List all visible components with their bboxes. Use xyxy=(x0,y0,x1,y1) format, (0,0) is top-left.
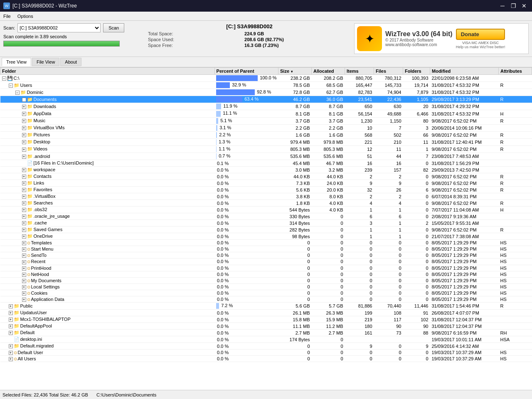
table-row[interactable]: +📁Mcx1-TOSHIBALAPTOP 0.0 % 15.8 MB 15.9 … xyxy=(0,316,532,323)
table-row[interactable]: +⊙Cookies 0.0 % 0 0 0 0 0 8/05/2017 1:29… xyxy=(0,290,532,296)
col-percent[interactable]: Percent of Parent xyxy=(214,68,278,75)
table-row[interactable]: +📁Default 0.0 % 2.7 MB 2.7 MB 161 73 88 … xyxy=(0,330,532,336)
expand-button[interactable]: − xyxy=(22,98,26,102)
col-folder[interactable]: Folder xyxy=(0,68,215,75)
expand-button[interactable]: + xyxy=(9,357,13,361)
table-row[interactable]: +⊙PrintHood 0.0 % 0 0 0 0 0 8/05/2017 1:… xyxy=(0,265,532,271)
expand-button[interactable]: + xyxy=(22,126,26,130)
table-row[interactable]: +📁VirtualBox VMs 3.1 % 2.2 GB 2.2 GB 10 … xyxy=(0,124,532,131)
table-row[interactable]: +⊙Application Data 0.0 % 0 0 0 0 0 8/05/… xyxy=(0,296,532,302)
expand-button[interactable]: + xyxy=(9,304,13,308)
expand-button[interactable]: + xyxy=(22,260,26,264)
expand-button[interactable]: + xyxy=(22,112,26,116)
expand-button[interactable]: + xyxy=(22,266,26,271)
table-row[interactable]: 📄desktop.ini 0.0 % 174 Bytes 0 19/03/201… xyxy=(0,336,532,343)
scan-button[interactable]: Scan xyxy=(103,23,124,32)
table-row[interactable]: −📁Documents 63.4 % 46.2 GB 36.0 GB 23,54… xyxy=(0,96,532,103)
expand-button[interactable]: + xyxy=(22,133,26,137)
table-row[interactable]: +📁.VirtualBox 0.0 % 3.8 KB 8.0 KB 2 2 0 … xyxy=(0,193,532,200)
table-row[interactable]: +📁Saved Games 0.0 % 282 Bytes 0 1 1 0 9/… xyxy=(0,227,532,233)
col-attributes[interactable]: Attributes xyxy=(499,68,532,75)
expand-button[interactable]: + xyxy=(22,291,26,296)
table-row[interactable]: −💾C:\ 100.0 % 238.2 GB 208.2 GB 880,705 … xyxy=(0,75,532,82)
table-row[interactable]: +📁UpdatusUser 0.0 % 26.1 MB 26.3 MB 199 … xyxy=(0,310,532,316)
col-folders[interactable]: Folders xyxy=(403,68,430,75)
expand-button[interactable]: + xyxy=(22,279,26,283)
table-row[interactable]: +📁.oracle_jre_usage 0.0 % 330 Bytes 0 6 … xyxy=(0,213,532,220)
expand-button[interactable]: + xyxy=(9,351,13,355)
expand-button[interactable]: + xyxy=(22,254,26,258)
col-allocated[interactable]: Allocated xyxy=(312,68,345,75)
drive-select[interactable]: [C:] S3A9988D002 xyxy=(17,23,101,32)
table-row[interactable]: +📁Searches 0.0 % 1.8 KB 4.0 KB 4 4 0 9/0… xyxy=(0,200,532,207)
table-row[interactable]: +⊙Recent 0.0 % 0 0 0 0 0 8/05/2017 1:29:… xyxy=(0,259,532,265)
expand-button[interactable]: + xyxy=(22,155,26,159)
table-row[interactable]: +⊙Default User 0.0 % 0 0 0 0 0 19/03/201… xyxy=(0,350,532,356)
table-row[interactable]: +📁Default.migrated 0.0 % 0 0 9 0 9 25/09… xyxy=(0,343,532,350)
expand-button[interactable]: + xyxy=(22,221,26,225)
table-row[interactable]: +📁.obs32 0.0 % 544 Bytes 4.0 KB 1 1 0 7/… xyxy=(0,207,532,213)
table-row[interactable]: +⊙My Documents 0.0 % 0 0 0 0 0 8/05/2017… xyxy=(0,277,532,283)
table-row[interactable]: +⊙Local Settings 0.0 % 0 0 0 0 0 8/05/20… xyxy=(0,283,532,290)
expand-button[interactable]: + xyxy=(22,247,26,251)
table-row[interactable]: +📁Downloads 11.9 % 8.7 GB 8.7 GB 650 630… xyxy=(0,103,532,110)
expand-button[interactable]: + xyxy=(22,148,26,152)
expand-button[interactable]: + xyxy=(22,195,26,199)
table-row[interactable]: +⊙Start Menu 0.0 % 0 0 0 0 0 8/05/2017 1… xyxy=(0,246,532,252)
table-row[interactable]: +📁Public 7.2 % 5.6 GB 5.7 GB 81,886 70,4… xyxy=(0,303,532,310)
expand-button[interactable]: + xyxy=(22,175,26,179)
maximize-button[interactable]: ❐ xyxy=(509,1,518,10)
expand-button[interactable]: + xyxy=(22,241,26,245)
table-row[interactable]: +📁Music 5.1 % 3.7 GB 3.7 GB 1,230 1,150 … xyxy=(0,117,532,124)
table-row[interactable]: +📁.cache 0.0 % 314 Bytes 0 3 1 2 15/05/2… xyxy=(0,220,532,227)
table-row[interactable]: +📁AppData 11.1 % 8.1 GB 8.1 GB 56,154 49… xyxy=(0,110,532,117)
col-modified[interactable]: Modified xyxy=(430,68,499,75)
expand-button[interactable]: + xyxy=(9,324,13,328)
table-row[interactable]: +⊙All Users 0.0 % 0 0 0 0 0 19/03/2017 1… xyxy=(0,356,532,362)
table-row[interactable]: +⊙NetHood 0.0 % 0 0 0 0 0 8/05/2017 1:29… xyxy=(0,271,532,277)
table-row[interactable]: +⊙SendTo 0.0 % 0 0 0 0 0 8/05/2017 1:29:… xyxy=(0,252,532,259)
table-row[interactable]: 📄[16 Files in C:\Users\Dominic] 0.1 % 45… xyxy=(0,160,532,167)
expand-button[interactable]: + xyxy=(9,318,13,322)
expand-button[interactable]: + xyxy=(22,208,26,212)
table-row[interactable]: +📁OneDrive 0.0 % 98 Bytes 0 1 1 0 21/07/… xyxy=(0,233,532,240)
expand-button[interactable]: + xyxy=(22,181,26,185)
col-size[interactable]: Size xyxy=(278,68,312,75)
col-files[interactable]: Files xyxy=(374,68,403,75)
table-row[interactable]: +⊙Templates 0.0 % 0 0 0 0 0 8/05/2017 1:… xyxy=(0,240,532,246)
donate-button[interactable]: Donate xyxy=(456,29,505,40)
table-row[interactable]: +📁workspace 0.0 % 3.0 MB 3.2 MB 239 157 … xyxy=(0,167,532,173)
table-row[interactable]: +📁Pictures 2.2 % 1.6 GB 1.6 GB 568 502 6… xyxy=(0,131,532,138)
expand-button[interactable]: + xyxy=(22,188,26,192)
expand-button[interactable]: + xyxy=(22,168,26,172)
menu-file[interactable]: File xyxy=(0,13,14,20)
table-row[interactable]: +📁Links 0.0 % 7.3 KB 24.0 KB 9 9 0 9/08/… xyxy=(0,180,532,187)
expand-button[interactable]: + xyxy=(22,234,26,239)
expand-button[interactable]: + xyxy=(9,331,13,335)
expand-button[interactable]: − xyxy=(9,84,13,88)
table-row[interactable]: +📁DefaultAppPool 0.0 % 11.1 MB 11.2 MB 1… xyxy=(0,323,532,330)
expand-button[interactable]: + xyxy=(22,285,26,289)
expand-button[interactable]: + xyxy=(22,140,26,144)
expand-button[interactable]: + xyxy=(22,201,26,205)
minimize-button[interactable]: ─ xyxy=(498,1,507,10)
expand-button[interactable]: + xyxy=(9,344,13,348)
table-row[interactable]: −📁Dominic 92.8 % 72.8 GB 62.7 GB 82,783 … xyxy=(0,89,532,96)
table-row[interactable]: +📁Favorites 0.0 % 5.6 KB 20.0 KB 32 26 6… xyxy=(0,187,532,193)
close-button[interactable]: ✕ xyxy=(520,1,529,10)
expand-button[interactable]: + xyxy=(22,119,26,123)
table-row[interactable]: +📁Videos 1.1 % 805.3 MB 805.3 MB 12 11 1… xyxy=(0,145,532,153)
tab-about[interactable]: About xyxy=(60,58,81,66)
table-row[interactable]: +📁Desktop 1.3 % 979.4 MB 979.8 MB 221 21… xyxy=(0,138,532,145)
menu-options[interactable]: Options xyxy=(14,13,37,20)
expand-button[interactable]: + xyxy=(22,273,26,277)
table-row[interactable]: +📁Contacts 0.0 % 44.0 KB 44.0 KB 2 2 0 9… xyxy=(0,173,532,180)
expand-button[interactable]: + xyxy=(9,311,13,315)
table-wrapper[interactable]: Folder Percent of Parent Size Allocated … xyxy=(0,67,532,390)
expand-button[interactable]: − xyxy=(15,91,20,95)
expand-button[interactable]: + xyxy=(22,105,26,109)
table-row[interactable]: +📁.android 0.7 % 535.6 MB 535.6 MB 51 44… xyxy=(0,153,532,160)
expand-button[interactable]: + xyxy=(22,214,26,219)
expand-button[interactable]: + xyxy=(22,298,26,302)
tab-tree-view[interactable]: Tree View xyxy=(2,58,31,66)
